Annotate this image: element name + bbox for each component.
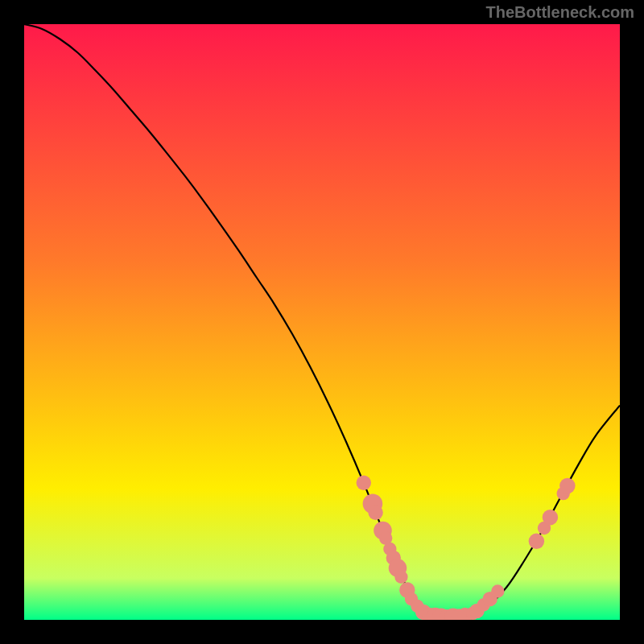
data-marker: [357, 476, 371, 490]
data-marker: [491, 584, 504, 597]
data-marker: [368, 506, 382, 520]
data-marker: [394, 571, 407, 584]
curve-layer: [24, 24, 620, 620]
data-marker: [559, 478, 575, 493]
chart-container: TheBottleneck.com: [0, 0, 644, 644]
data-marker: [543, 510, 558, 525]
plot-area: [24, 24, 620, 620]
marker-group: [357, 476, 576, 620]
data-marker: [529, 534, 544, 549]
watermark-text: TheBottleneck.com: [486, 3, 634, 22]
bottleneck-curve: [24, 24, 620, 618]
